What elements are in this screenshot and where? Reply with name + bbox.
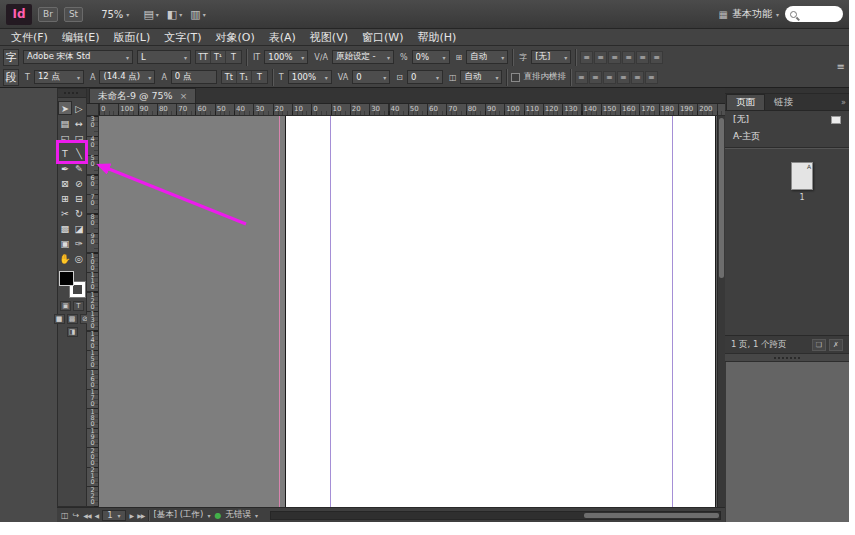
tools-panel-header[interactable] — [58, 89, 86, 98]
note-tool[interactable]: ▣ — [58, 236, 72, 250]
close-icon[interactable]: × — [180, 91, 188, 101]
new-page-button[interactable]: ❏ — [812, 339, 826, 351]
horizontal-ruler[interactable]: 0100908070605040302010010203040506070809… — [99, 104, 725, 116]
align-button-r1-3[interactable]: ≡ — [608, 51, 621, 64]
view-mode-button-1[interactable]: ◨ — [67, 327, 78, 337]
formatting-button-1[interactable]: ▣ — [60, 301, 71, 311]
zoom-level-dropdown[interactable]: 75% ▾ — [101, 9, 129, 20]
selection-tool[interactable]: ➤ — [58, 101, 72, 115]
checkbox-icon[interactable] — [511, 73, 520, 82]
character-spacing-field[interactable]: 0 ▾ — [407, 70, 443, 84]
align-button-r1-1[interactable]: ≡ — [580, 51, 593, 64]
search-input[interactable] — [800, 9, 834, 19]
align-button-r1-2[interactable]: ≡ — [594, 51, 607, 64]
ruler-origin-corner[interactable] — [87, 104, 99, 116]
vertical-scale-field[interactable]: 100% ▾ — [264, 50, 308, 64]
line-tool[interactable]: ╲ — [72, 146, 86, 160]
workspace-switcher[interactable]: ▦ 基本功能 ▾ — [719, 7, 779, 21]
grid-count-field[interactable]: 自动 ▾ — [466, 50, 508, 64]
font-family-select[interactable]: Adobe 宋体 Std ▾ — [23, 50, 133, 64]
gradient-swatch-tool[interactable]: ▩ — [58, 221, 72, 235]
apply-button-2[interactable]: ▩ — [67, 314, 78, 324]
case-button-1[interactable]: TT — [196, 51, 211, 63]
menu-item-3[interactable]: 版面(L) — [106, 30, 157, 45]
document-page[interactable] — [285, 116, 716, 507]
case-button-3[interactable]: T — [226, 51, 241, 63]
align-button-r2-4[interactable]: ≡ — [617, 71, 630, 84]
free-transform-tool[interactable]: ↻ — [72, 206, 86, 220]
scissors-tool[interactable]: ✂ — [58, 206, 72, 220]
gap-tool[interactable]: ↔ — [72, 116, 86, 130]
panel-tab-页面[interactable]: 页面 — [726, 94, 765, 110]
window-icon[interactable]: ◫ — [61, 511, 69, 520]
content-placer-tool[interactable]: ◲ — [72, 131, 86, 145]
align-button-r2-6[interactable]: ≡ — [645, 71, 658, 84]
panel-tab-链接[interactable]: 链接 — [765, 94, 802, 110]
vertical-scrollbar[interactable] — [717, 116, 725, 507]
align-button-r2-3[interactable]: ≡ — [603, 71, 616, 84]
paragraph-formatting-tab[interactable]: 段 — [3, 69, 19, 86]
screen-mode-dropdown[interactable]: ◧▾ — [167, 8, 182, 21]
eyedropper-tool[interactable]: ✑ — [72, 236, 86, 250]
character-formatting-tab[interactable]: 字 — [3, 49, 19, 66]
tracking-field[interactable]: 0 ▾ — [352, 70, 390, 84]
view-options-dropdown[interactable]: ▤▾ — [143, 8, 158, 21]
menu-item-9[interactable]: 帮助(H) — [410, 30, 463, 45]
page-thumbnail[interactable]: A — [791, 162, 813, 190]
ellipse-frame-tool[interactable]: ⊘ — [72, 176, 86, 190]
fill-swatch[interactable] — [59, 271, 74, 286]
menu-item-4[interactable]: 文字(T) — [157, 30, 208, 45]
position-button-2[interactable]: T₁ — [237, 71, 252, 83]
page-number-field[interactable]: 1 ▾ — [102, 510, 125, 521]
horizontal-scrollbar-thumb[interactable] — [584, 513, 719, 518]
horizontal-grid-tool[interactable]: ⊞ — [58, 191, 72, 205]
page-tool[interactable]: ▤ — [58, 116, 72, 130]
menu-item-2[interactable]: 编辑(E) — [55, 30, 107, 45]
forward-arrow-icon[interactable]: ↪ — [73, 511, 80, 520]
leading-field[interactable]: (14.4 点) ▾ — [99, 70, 155, 84]
direct-selection-tool[interactable]: ▷ — [72, 101, 86, 115]
menu-item-5[interactable]: 对象(O) — [209, 30, 262, 45]
rectangle-frame-tool[interactable]: ⊠ — [58, 176, 72, 190]
vertical-ruler[interactable]: 3040506070809010011012013014015016017018… — [87, 116, 99, 507]
position-button-3[interactable]: T — [252, 71, 267, 83]
font-size-field[interactable]: 12 点 ▾ — [34, 70, 84, 84]
align-button-r1-4[interactable]: ≡ — [622, 51, 635, 64]
document-tab[interactable]: 未命名-9 @ 75% × — [89, 88, 196, 103]
case-button-2[interactable]: T¹ — [211, 51, 226, 63]
last-page-button[interactable]: ▶▶ — [137, 512, 144, 519]
baseline-shift-field[interactable]: 0 点 — [171, 70, 217, 84]
grid-gyo-field[interactable]: 自动 ▾ — [460, 70, 502, 84]
previous-page-button[interactable]: ◀ — [95, 512, 99, 519]
menu-item-7[interactable]: 视图(V) — [303, 30, 355, 45]
search-box[interactable] — [785, 6, 843, 22]
master-item-2[interactable]: A-主页 — [725, 128, 849, 145]
kerning-field[interactable]: 原始设定 - ▾ — [332, 50, 394, 64]
delete-page-button[interactable]: ✗ — [829, 339, 843, 351]
horizontal-scrollbar[interactable] — [270, 511, 721, 520]
align-button-r2-1[interactable]: ≡ — [575, 71, 588, 84]
align-button-r2-2[interactable]: ≡ — [589, 71, 602, 84]
align-button-r2-5[interactable]: ≡ — [631, 71, 644, 84]
menu-item-6[interactable]: 表(A) — [262, 30, 303, 45]
master-item-1[interactable]: [无] — [725, 111, 849, 128]
arrange-documents-dropdown[interactable]: ▥▾ — [190, 8, 205, 21]
pen-tool[interactable]: ✒ — [58, 161, 72, 175]
character-style-select[interactable]: [无] ▾ — [531, 50, 571, 64]
stock-button[interactable]: St — [64, 7, 83, 22]
formatting-button-2[interactable]: T — [73, 301, 84, 311]
bridge-button[interactable]: Br — [38, 7, 58, 22]
align-button-r1-6[interactable]: ≡ — [650, 51, 663, 64]
pencil-tool[interactable]: ✎ — [72, 161, 86, 175]
pasteboard[interactable] — [99, 116, 717, 507]
position-button-1[interactable]: Tt — [222, 71, 237, 83]
type-tool[interactable]: T — [58, 146, 72, 160]
zoom-tool[interactable]: ◎ — [72, 251, 86, 265]
next-page-button[interactable]: ▶ — [130, 512, 134, 519]
preflight-status-label[interactable]: 无错误 — [225, 509, 251, 521]
panel-resize-grip[interactable] — [725, 353, 849, 362]
horizontal-scale-field[interactable]: 100% ▾ — [288, 70, 332, 84]
hand-tool[interactable]: ✋ — [58, 251, 72, 265]
content-collector-tool[interactable]: ◱ — [58, 131, 72, 145]
tatechuyoko-checkbox[interactable]: 直排内横排 — [511, 71, 566, 83]
